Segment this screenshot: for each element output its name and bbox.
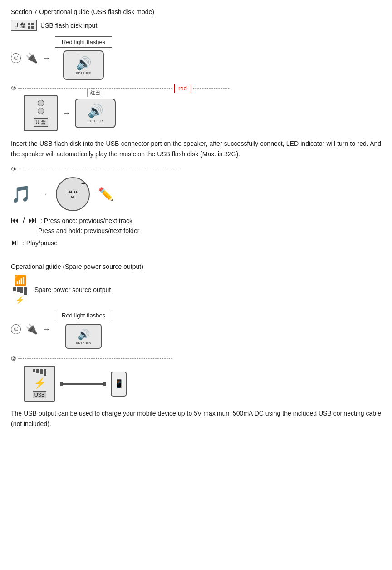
spare-speaker-symbol: 🔊 bbox=[78, 329, 90, 341]
btn2 bbox=[38, 108, 44, 114]
press-hold-text: Press and hold: previous/next folder bbox=[38, 227, 381, 234]
arrow2: → bbox=[62, 109, 70, 118]
spare2-usb-connector: USB bbox=[33, 391, 47, 398]
paragraph-1: Insert the USB flash disk into the USB c… bbox=[11, 139, 381, 159]
usb-desc: USB flash disk input bbox=[40, 22, 97, 29]
spare-section-title: Operational guide (Spare power source ou… bbox=[11, 263, 381, 270]
red-label: red bbox=[174, 84, 191, 93]
step3-diagram: 🎵 → + ⏮ ⏭ ⏯ ✏️ bbox=[11, 177, 381, 211]
control-wheel: + ⏮ ⏭ ⏯ bbox=[56, 177, 90, 211]
step2-dashed-separator: ② red bbox=[11, 84, 381, 93]
spare-speaker-callout: Red light flashes 🔊 EDIFIER bbox=[55, 310, 112, 349]
track-control-row: ⏮ / ⏭ : Press once: previous/next track bbox=[11, 216, 381, 225]
bar3 bbox=[20, 287, 23, 293]
step2-row: U 盘 → 红巴 🔊 EDIFIER bbox=[24, 95, 381, 131]
wheel-labels: ⏮ ⏭ ⏯ bbox=[67, 189, 78, 200]
spare-edifier-logo: EDIFIER bbox=[76, 341, 92, 344]
spare-step1-circle: ① bbox=[11, 324, 21, 334]
chinese-label: 红巴 bbox=[87, 89, 103, 97]
bar1 bbox=[13, 287, 16, 291]
spare-speaker-box: 🔊 EDIFIER bbox=[65, 324, 102, 349]
speaker-symbol-1: 🔊 bbox=[76, 56, 92, 71]
speaker-callout-group: Red light flashes 🔊 EDIFIER bbox=[55, 36, 112, 80]
spare-step2-row: ⚡ USB 📱 bbox=[24, 366, 381, 402]
spare-step1-row: ① 🔌 → Red light flashes 🔊 EDIFIER bbox=[11, 310, 381, 349]
press-once-text: : Press once: previous/next track bbox=[40, 217, 132, 224]
step2-num: ② bbox=[11, 85, 16, 92]
spacer1 bbox=[11, 249, 381, 263]
spare-plug-icon: 🔌 bbox=[25, 323, 38, 335]
step3-num: ③ bbox=[11, 166, 16, 173]
grid-icon bbox=[28, 23, 34, 29]
cable-group bbox=[60, 382, 106, 386]
spare-power-icon: 📶 ⚡ bbox=[11, 275, 29, 304]
plug-icon: 🔌 bbox=[25, 52, 38, 64]
spare-icon-row: 📶 ⚡ Spare power source output bbox=[11, 275, 381, 304]
step1-circle: ① bbox=[11, 53, 21, 63]
play-pause-icon: ⏯ bbox=[11, 238, 19, 248]
s2b1 bbox=[33, 369, 35, 372]
edifier-logo-1: EDIFIER bbox=[76, 72, 92, 75]
speaker-box-1: 🔊 EDIFIER bbox=[63, 50, 104, 80]
red-light-callout-1: Red light flashes bbox=[55, 36, 112, 48]
speaker-symbol-2: 🔊 bbox=[88, 104, 103, 119]
dashed-line-2b bbox=[193, 88, 229, 89]
slash-divider: / bbox=[23, 216, 25, 225]
music-note-icon: 🎵 bbox=[11, 185, 31, 204]
phone-icon: 📱 bbox=[111, 372, 127, 397]
arrow1: → bbox=[42, 54, 50, 63]
plus-icon: + bbox=[81, 180, 85, 188]
stylus-icon: ✏️ bbox=[98, 187, 114, 202]
wifi-icon: 📶 bbox=[14, 275, 26, 287]
speaker-box-2: 🔊 EDIFIER bbox=[75, 99, 116, 128]
usb-button: U 盘 bbox=[11, 20, 37, 31]
arrow3: → bbox=[39, 189, 48, 199]
device-panel: U 盘 bbox=[24, 95, 58, 131]
play-pause-row: ⏯ : Play/pause bbox=[11, 238, 381, 248]
spare-callout-line bbox=[78, 321, 78, 326]
dashed-line-3 bbox=[18, 169, 181, 169]
spare-icon-desc: Spare power source output bbox=[34, 286, 111, 293]
step1-row: ① 🔌 → Red light flashes 🔊 EDIFIER bbox=[11, 36, 381, 80]
usb-label-box: U 盘 bbox=[34, 118, 48, 127]
s2b2 bbox=[36, 369, 39, 373]
step3-dashed-separator: ③ bbox=[11, 166, 381, 173]
battery-row bbox=[13, 287, 27, 295]
prev-next-icon: ⏮ bbox=[11, 216, 19, 225]
spare-step2-num: ② bbox=[11, 355, 16, 362]
charge-icon: ⚡ bbox=[15, 296, 24, 304]
cable-body bbox=[63, 383, 103, 385]
spare2-charge-icon: ⚡ bbox=[34, 377, 46, 389]
spare-callout-box: Red light flashes bbox=[55, 310, 112, 321]
spare-step2-dashed: ② bbox=[11, 355, 381, 362]
spare-dashed-line bbox=[18, 358, 172, 359]
edifier-logo-2: EDIFIER bbox=[88, 119, 103, 123]
s2b4 bbox=[44, 369, 46, 376]
bar2 bbox=[17, 287, 20, 292]
bar4 bbox=[24, 287, 27, 295]
spare2-device: ⚡ USB bbox=[24, 366, 55, 402]
step1-diagram: ① 🔌 → Red light flashes 🔊 EDIFIER ② red bbox=[11, 36, 381, 131]
btn1 bbox=[38, 100, 44, 106]
callout-line-1 bbox=[78, 48, 78, 52]
device-buttons bbox=[38, 100, 44, 114]
step2-speaker-group: 红巴 🔊 EDIFIER bbox=[75, 99, 116, 128]
usb-label: U 盘 bbox=[14, 21, 26, 30]
spare-arrow1: → bbox=[42, 325, 50, 334]
s2b3 bbox=[40, 369, 43, 374]
section-title: Section 7 Operational guide (USB flash d… bbox=[11, 8, 381, 15]
callout-text-1: Red light flashes bbox=[55, 36, 112, 48]
play-pause-text: : Play/pause bbox=[23, 239, 58, 247]
cable-end-right bbox=[103, 382, 106, 386]
spare-callout-text: Red light flashes bbox=[55, 310, 112, 321]
final-paragraph: The USB output can be used to charge you… bbox=[11, 408, 381, 429]
spare2-bars bbox=[33, 369, 46, 376]
usb-icon-row: U 盘 USB flash disk input bbox=[11, 20, 381, 31]
next-icon: ⏭ bbox=[29, 216, 37, 225]
